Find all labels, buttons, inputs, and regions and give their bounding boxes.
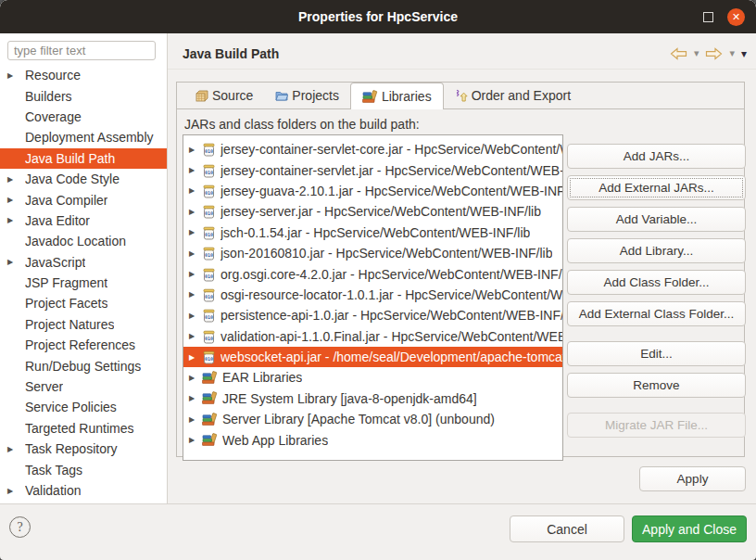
add-external-jars-button[interactable]: Add External JARs... [567,175,746,200]
expander-icon[interactable]: ▶ [189,394,202,402]
sidebar-item-label: Project Natures [25,317,114,332]
close-icon[interactable]: ✕ [727,8,745,26]
filter-input[interactable] [7,41,156,60]
sidebar-item-label: Java Code Style [25,172,120,186]
expander-icon[interactable]: ▶ [189,146,202,154]
expander-icon[interactable]: ▶ [189,228,202,236]
sidebar-item-resource[interactable]: ▶ Resource [0,65,167,85]
sidebar-item-service-policies[interactable]: ▶ Service Policies [0,397,167,417]
jar-list-row[interactable]: ▶ 010 org.osgi.core-4.2.0.jar - HpcServi… [183,263,562,284]
tab-label: Order and Export [472,88,571,103]
expander-icon[interactable]: ▶ [189,353,202,362]
sidebar-item-javadoc-location[interactable]: ▶ Javadoc Location [0,231,167,251]
jar-list[interactable]: ▶ 010 jersey-container-servlet-core.jar … [183,134,563,461]
side-button-column: Add JARs...Add External JARs...Add Varia… [567,144,746,444]
jar-list-row[interactable]: ▶ 010 validation-api-1.1.0.Final.jar - H… [183,326,562,347]
jar-list-row[interactable]: ▶ EAR Libraries [183,367,562,388]
tab-order-and-export[interactable]: Order and Export [444,83,582,108]
expander-icon[interactable]: ▶ [189,249,202,258]
add-external-class-folder-button[interactable]: Add External Class Folder... [567,301,746,326]
remove-button[interactable]: Remove [567,373,746,398]
expander-icon[interactable]: ▶ [7,258,25,266]
sidebar-item-project-facets[interactable]: ▶ Project Facets [0,293,167,313]
maximize-icon[interactable] [703,12,713,22]
add-variable-button[interactable]: Add Variable... [567,207,746,232]
sidebar-item-label: Task Repository [25,441,118,456]
sidebar-item-server[interactable]: ▶ Server [0,376,167,397]
expander-icon[interactable]: ▶ [189,270,202,278]
jar-entry-label: jersey-container-servlet-core.jar - HpcS… [220,142,562,157]
expander-icon[interactable]: ▶ [189,290,202,299]
jar-list-row[interactable]: ▶ JRE System Library [java-8-openjdk-amd… [183,388,562,409]
sidebar-item-label: Server [25,379,63,394]
svg-text:010: 010 [205,356,213,362]
expander-icon[interactable]: ▶ [189,208,202,216]
expander-icon[interactable]: ▶ [189,332,202,340]
sidebar-item-label: JavaScript [25,255,85,270]
apply-button[interactable]: Apply [639,466,746,491]
jar-list-row[interactable]: ▶ Server Library [Apache Tomcat v8.0] (u… [183,409,562,429]
jar-list-row[interactable]: ▶ 010 osgi-resource-locator-1.0.1.jar - … [183,285,562,305]
tab-source[interactable]: Source [184,83,264,108]
expander-icon[interactable]: ▶ [189,312,202,320]
sidebar-item-project-natures[interactable]: ▶ Project Natures [0,314,167,335]
expander-icon[interactable]: ▶ [7,216,25,224]
expander-icon[interactable]: ▶ [189,415,202,424]
jar-list-row[interactable]: ▶ 010 websocket-api.jar - /home/seal/Dev… [183,347,562,367]
expander-icon[interactable]: ▶ [7,71,25,80]
expander-icon[interactable]: ▶ [189,186,202,195]
properties-dialog: Properties for HpcService ✕ ▶ Resource ▶… [0,0,756,560]
sidebar-item-jsp-fragment[interactable]: ▶ JSP Fragment [0,273,167,293]
forward-arrow-icon[interactable] [705,47,723,60]
migrate-jar-file-button[interactable]: Migrate JAR File... [567,413,746,438]
expander-icon[interactable]: ▶ [7,175,25,184]
back-arrow-icon[interactable] [670,47,687,60]
tab-libraries[interactable]: Libraries [350,83,444,109]
sidebar-item-validation[interactable]: ▶ Validation [0,480,167,501]
back-history-caret-icon[interactable]: ▾ [694,48,699,58]
sidebar-item-label: Resource [25,68,81,83]
sidebar-item-java-compiler[interactable]: ▶ Java Compiler [0,189,167,210]
sidebar-item-run-debug-settings[interactable]: ▶ Run/Debug Settings [0,355,167,375]
jar-list-row[interactable]: ▶ 010 jersey-guava-2.10.1.jar - HpcServi… [183,181,562,201]
add-library-button[interactable]: Add Library... [567,238,746,263]
add-class-folder-button[interactable]: Add Class Folder... [567,270,746,295]
tab-projects[interactable]: Projects [264,83,350,108]
jar-list-row[interactable]: ▶ 010 jersey-server.jar - HpcService/Web… [183,201,562,222]
sidebar-item-java-editor[interactable]: ▶ Java Editor [0,210,167,231]
jar-icon: 010 [202,329,216,344]
sidebar-item-java-code-style[interactable]: ▶ Java Code Style [0,169,167,189]
sidebar-item-project-references[interactable]: ▶ Project References [0,335,167,355]
sidebar-item-java-build-path[interactable]: ▶ Java Build Path [0,148,167,169]
jar-entry-label: persistence-api-1.0.jar - HpcService/Web… [220,308,562,323]
expander-icon[interactable]: ▶ [7,445,25,453]
view-menu-caret-icon[interactable]: ▾ [741,48,747,59]
sidebar-item-builders[interactable]: ▶ Builders [0,85,167,106]
sidebar-item-javascript[interactable]: ▶ JavaScript [0,252,167,273]
forward-history-caret-icon[interactable]: ▾ [729,48,735,58]
help-icon[interactable]: ? [9,516,31,538]
sidebar-item-label: Coverage [25,109,82,124]
expander-icon[interactable]: ▶ [7,487,25,495]
jar-list-row[interactable]: ▶ 010 persistence-api-1.0.jar - HpcServi… [183,305,562,325]
expander-icon[interactable]: ▶ [189,166,202,174]
cancel-button[interactable]: Cancel [510,515,624,542]
sidebar-item-targeted-runtimes[interactable]: ▶ Targeted Runtimes [0,418,167,439]
jar-list-row[interactable]: ▶ 010 json-20160810.jar - HpcService/Web… [183,243,562,263]
apply-and-close-button[interactable]: Apply and Close [632,515,747,542]
sidebar-item-task-tags[interactable]: ▶ Task Tags [0,459,167,479]
add-jars-button[interactable]: Add JARs... [567,144,746,169]
sidebar-item-task-repository[interactable]: ▶ Task Repository [0,439,167,459]
expander-icon[interactable]: ▶ [7,196,25,204]
expander-icon[interactable]: ▶ [189,436,202,444]
sidebar-item-coverage[interactable]: ▶ Coverage [0,107,167,127]
edit-button[interactable]: Edit... [567,341,746,366]
sidebar-item-label: Deployment Assembly [25,130,154,145]
jar-list-row[interactable]: ▶ 010 jsch-0.1.54.jar - HpcService/WebCo… [183,223,562,243]
sidebar-item-deployment-assembly[interactable]: ▶ Deployment Assembly [0,127,167,147]
jar-list-row[interactable]: ▶ 010 jersey-container-servlet.jar - Hpc… [183,159,562,180]
jar-list-row[interactable]: ▶ Web App Libraries [183,429,562,450]
page-header: Java Build Path ▾ ▾ ▾ [183,39,747,68]
expander-icon[interactable]: ▶ [189,374,202,382]
jar-list-row[interactable]: ▶ 010 jersey-container-servlet-core.jar … [183,139,562,159]
